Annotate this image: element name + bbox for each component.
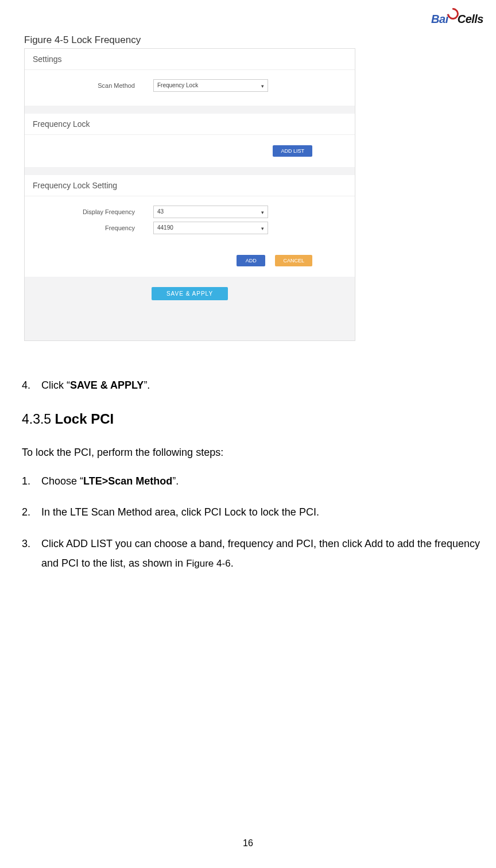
frequency-lock-setting-title: Frequency Lock Setting (25, 175, 355, 196)
frequency-select[interactable]: 44190 (153, 222, 268, 234)
scan-method-value: Frequency Lock (157, 82, 198, 88)
step-4-post: ”. (144, 379, 150, 391)
step-1-pre: Choose “ (41, 475, 83, 487)
scan-method-select[interactable]: Frequency Lock (153, 79, 268, 92)
step-1: 1. Choose “LTE>Scan Method”. (22, 471, 496, 491)
page-number: 16 (0, 838, 496, 848)
frequency-value: 44190 (157, 224, 173, 231)
brand-logo: BaiCells (431, 8, 483, 26)
section-title: Lock PCI (55, 411, 114, 427)
step-1-bold: LTE>Scan Method (83, 475, 172, 487)
save-apply-row: SAVE & APPLY (25, 285, 355, 300)
display-frequency-label: Display Frequency (33, 208, 153, 215)
settings-panel: Settings Scan Method Frequency Lock (25, 49, 355, 106)
figure-reference: Figure 4-6 (186, 558, 230, 569)
step-3: 3. Click ADD LIST you can choose a band,… (22, 534, 496, 573)
logo-text-cells: Cells (458, 13, 483, 25)
step-2-text: In the LTE Scan Method area, click PCI L… (41, 502, 496, 522)
frequency-lock-panel: Frequency Lock ADD LIST (25, 114, 355, 167)
logo-text-bai: Bai (431, 13, 448, 25)
screenshot-figure: Settings Scan Method Frequency Lock Freq… (24, 48, 355, 341)
frequency-lock-title: Frequency Lock (25, 114, 355, 135)
step-4: 4. Click “SAVE & APPLY”. (22, 375, 496, 395)
scan-method-label: Scan Method (33, 82, 153, 89)
step-1-number: 1. (22, 471, 41, 491)
frequency-row: Frequency 44190 (33, 222, 347, 234)
step-2-number: 2. (22, 502, 41, 522)
frequency-lock-setting-panel: Frequency Lock Setting Display Frequency… (25, 175, 355, 277)
save-apply-button[interactable]: SAVE & APPLY (152, 287, 228, 300)
figure-caption: Figure 4-5 Lock Frequency (24, 34, 141, 46)
section-heading: 4.3.5 Lock PCI (22, 411, 496, 427)
add-list-button[interactable]: ADD LIST (273, 145, 312, 157)
display-frequency-row: Display Frequency 43 (33, 206, 347, 218)
step-3-number: 3. (22, 534, 41, 573)
step-2: 2. In the LTE Scan Method area, click PC… (22, 502, 496, 522)
scan-method-row: Scan Method Frequency Lock (33, 79, 347, 92)
logo-swirl-icon (447, 8, 458, 18)
section-intro: To lock the PCI, perform the following s… (22, 447, 496, 459)
add-button[interactable]: ADD (237, 255, 265, 266)
step-4-bold: SAVE & APPLY (70, 379, 144, 391)
settings-panel-title: Settings (25, 49, 355, 70)
section-number: 4.3.5 (22, 412, 55, 427)
document-body: 4. Click “SAVE & APPLY”. 4.3.5 Lock PCI … (22, 375, 496, 584)
cancel-button[interactable]: CANCEL (275, 255, 312, 266)
step-4-number: 4. (22, 375, 41, 395)
display-frequency-select[interactable]: 43 (153, 206, 268, 218)
frequency-label: Frequency (33, 224, 153, 231)
step-4-pre: Click “ (41, 379, 70, 391)
step-3-text-b: . (231, 557, 234, 569)
display-frequency-value: 43 (157, 208, 164, 215)
step-1-post: ”. (172, 475, 179, 487)
step-3-text-a: Click ADD LIST you can choose a band, fr… (41, 538, 480, 569)
